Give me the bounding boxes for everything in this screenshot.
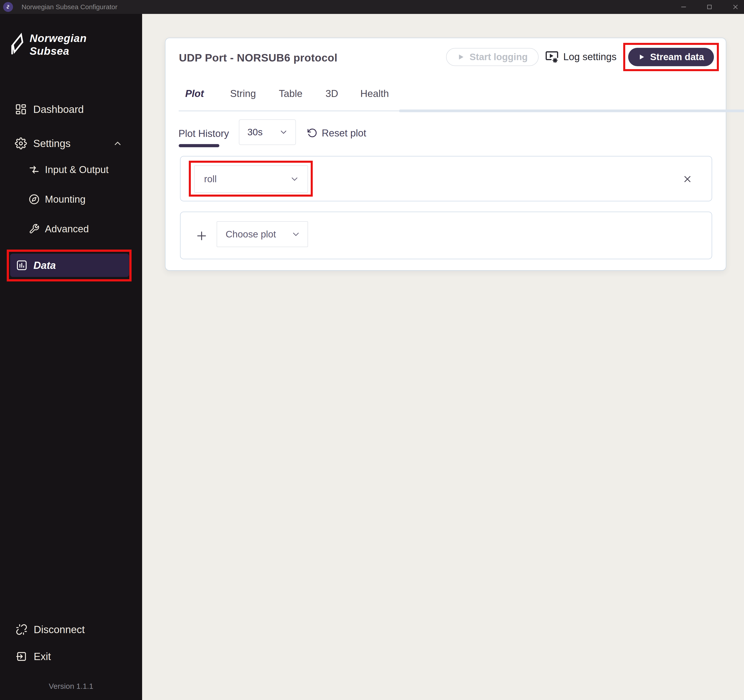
stream-data-label: Stream data <box>650 52 704 62</box>
plot-variable-select[interactable]: roll <box>194 165 308 193</box>
add-plot-row: Choose plot <box>180 212 712 259</box>
window-title: Norwegian Subsea Configurator <box>22 0 118 14</box>
chevron-down-icon <box>291 229 301 239</box>
play-icon <box>638 54 645 61</box>
norwegian-subsea-logo-icon <box>9 32 26 58</box>
tab-health[interactable]: Health <box>360 88 389 99</box>
add-plot-button[interactable] <box>193 227 210 245</box>
title-bar: Norwegian Subsea Configurator <box>0 0 744 14</box>
reset-plot-label: Reset plot <box>322 128 366 139</box>
input-output-icon <box>29 164 40 175</box>
version-label: Version 1.1.1 <box>0 682 142 691</box>
log-settings-label: Log settings <box>563 51 616 62</box>
dashboard-icon <box>15 103 27 115</box>
tab-table[interactable]: Table <box>279 88 302 99</box>
wrench-icon <box>29 223 40 234</box>
sidebar-item-label: Mounting <box>45 194 86 205</box>
sidebar-item-disconnect[interactable]: Disconnect <box>16 621 85 638</box>
stream-data-button[interactable]: Stream data <box>628 48 714 66</box>
remove-plot-button[interactable] <box>681 173 694 185</box>
tab-plot[interactable]: Plot <box>185 88 204 99</box>
sidebar-item-data[interactable]: Data <box>10 254 129 277</box>
sidebar-item-label: Disconnect <box>34 623 85 636</box>
close-window-button[interactable] <box>728 0 743 14</box>
sidebar-item-label: Data <box>33 259 56 271</box>
data-panel-card: UDP Port - NORSUB6 protocol Start loggin… <box>165 38 726 270</box>
app-logo: Norwegian Subsea <box>9 32 87 58</box>
app-icon <box>3 2 13 12</box>
broken-link-icon <box>16 624 27 635</box>
exit-icon <box>16 651 27 662</box>
tab-divider-scrollbar[interactable] <box>399 110 744 112</box>
plot-variable-value: roll <box>204 174 217 184</box>
maximize-button[interactable] <box>702 0 717 14</box>
chevron-up-icon <box>113 138 123 149</box>
gear-icon <box>15 137 27 150</box>
play-icon <box>457 53 465 61</box>
active-tab-indicator <box>179 144 219 147</box>
tab-string[interactable]: String <box>230 88 256 99</box>
sidebar-item-settings[interactable]: Settings <box>15 134 123 152</box>
plot-history-label: Plot History <box>179 128 229 139</box>
sidebar-item-exit[interactable]: Exit <box>16 648 51 665</box>
reset-plot-button[interactable]: Reset plot <box>307 125 366 141</box>
sidebar-item-dashboard[interactable]: Dashboard <box>15 100 123 118</box>
plot-row: roll <box>180 156 712 201</box>
page-title: UDP Port - NORSUB6 protocol <box>179 52 338 64</box>
sidebar-item-input-output[interactable]: Input & Output <box>29 161 109 178</box>
sidebar-item-label: Advanced <box>45 223 89 235</box>
compass-icon <box>29 194 40 205</box>
sidebar-item-label: Dashboard <box>33 103 84 115</box>
plot-history-value: 30s <box>247 127 263 138</box>
chevron-down-icon <box>279 128 288 137</box>
log-settings-button[interactable]: Log settings <box>545 47 616 67</box>
minimize-button[interactable] <box>676 0 691 14</box>
start-logging-label: Start logging <box>470 52 528 62</box>
sidebar-item-label: Settings <box>33 137 70 150</box>
choose-plot-label: Choose plot <box>226 229 276 240</box>
reset-icon <box>307 128 317 138</box>
bar-chart-icon <box>16 259 28 271</box>
plot-history-select[interactable]: 30s <box>239 119 296 145</box>
chevron-down-icon <box>290 174 299 184</box>
sidebar: Norwegian Subsea Dashboard Settings <box>0 14 142 700</box>
choose-plot-select[interactable]: Choose plot <box>217 221 308 247</box>
sidebar-item-advanced[interactable]: Advanced <box>29 220 89 238</box>
sidebar-item-mounting[interactable]: Mounting <box>29 191 86 208</box>
log-settings-icon <box>545 50 559 64</box>
sidebar-item-label: Exit <box>34 650 51 663</box>
sidebar-item-label: Input & Output <box>45 164 109 175</box>
tab-divider <box>179 110 399 111</box>
start-logging-button[interactable]: Start logging <box>446 48 539 66</box>
tab-3d[interactable]: 3D <box>326 88 338 99</box>
logo-text: Norwegian Subsea <box>30 32 87 58</box>
